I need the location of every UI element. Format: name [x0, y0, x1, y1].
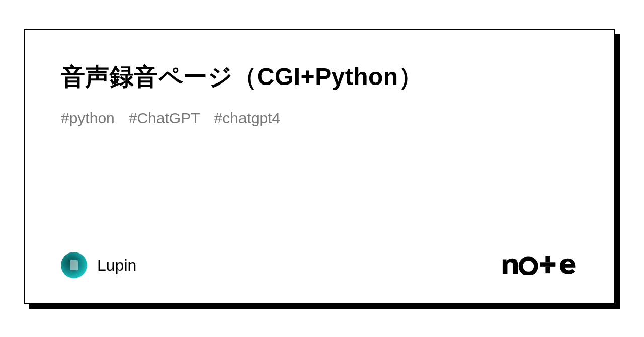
svg-rect-1 [545, 256, 550, 262]
brand-logo [502, 256, 578, 275]
article-card: 音声録音ページ（CGI+Python） #python #ChatGPT #ch… [24, 29, 615, 304]
svg-rect-3 [545, 267, 550, 273]
tag-item[interactable]: #chatgpt4 [214, 110, 281, 127]
svg-rect-2 [540, 262, 555, 267]
tag-item[interactable]: #ChatGPT [129, 110, 200, 127]
author-info[interactable]: Lupin [61, 252, 136, 278]
svg-point-0 [521, 259, 536, 274]
card-footer: Lupin [61, 252, 578, 278]
tag-item[interactable]: #python [61, 110, 115, 127]
article-title: 音声録音ページ（CGI+Python） [61, 60, 578, 94]
author-avatar [61, 252, 87, 278]
author-name: Lupin [97, 256, 136, 275]
tag-list: #python #ChatGPT #chatgpt4 [61, 110, 578, 127]
note-logo-icon [502, 256, 578, 275]
